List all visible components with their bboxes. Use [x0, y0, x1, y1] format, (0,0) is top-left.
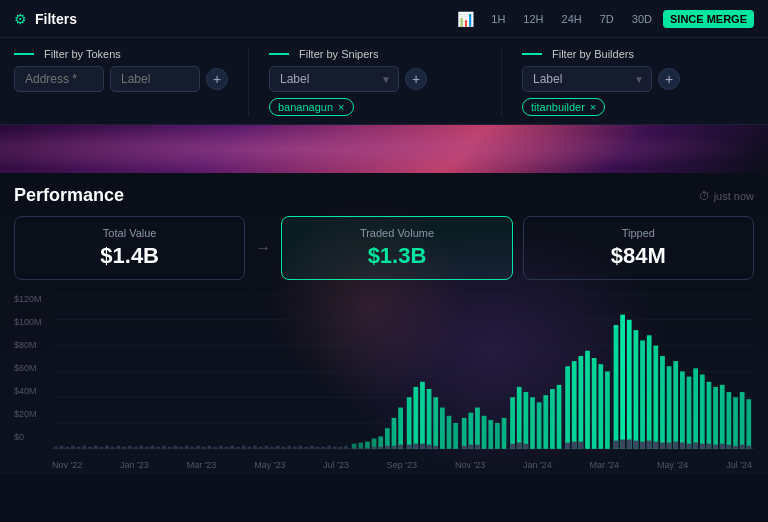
svg-rect-67: [407, 397, 412, 449]
svg-rect-117: [746, 399, 751, 449]
time-btn-1h[interactable]: 1H: [484, 10, 512, 28]
snipers-tag-bananagun-close[interactable]: ×: [338, 102, 344, 113]
svg-rect-36: [219, 446, 223, 449]
header-left: ⚙ Filters: [14, 11, 77, 27]
svg-rect-124: [392, 446, 397, 449]
svg-rect-58: [344, 446, 348, 449]
svg-rect-26: [162, 446, 166, 449]
svg-rect-118: [352, 448, 357, 449]
builders-select[interactable]: Label: [522, 66, 652, 92]
svg-rect-145: [647, 441, 652, 449]
performance-section: Performance ⏱ just now Total Value $1.4B…: [0, 173, 768, 474]
svg-rect-78: [482, 416, 487, 449]
svg-rect-34: [208, 446, 212, 449]
svg-rect-80: [495, 423, 500, 449]
svg-rect-105: [667, 366, 672, 449]
y-label-0: $0: [14, 432, 42, 442]
svg-rect-134: [510, 444, 515, 449]
svg-rect-71: [433, 397, 438, 449]
y-label-80m: $80M: [14, 340, 42, 350]
x-label-nov23: Nov '23: [455, 460, 485, 470]
filters-icon: ⚙: [14, 11, 27, 27]
y-label-100m: $100M: [14, 317, 42, 327]
svg-rect-41: [247, 447, 251, 449]
snipers-tag-bananagun: bananagun ×: [269, 98, 354, 116]
time-btn-24h[interactable]: 24H: [555, 10, 589, 28]
snipers-select[interactable]: Label: [269, 66, 399, 92]
svg-rect-112: [713, 387, 718, 449]
filter-snipers-inputs: Label ▼ +: [269, 66, 481, 92]
svg-rect-90: [565, 366, 570, 449]
svg-rect-143: [634, 441, 639, 449]
time-btn-since-merge[interactable]: SINCE MERGE: [663, 10, 754, 28]
svg-rect-138: [572, 442, 577, 449]
svg-rect-46: [276, 446, 280, 449]
svg-rect-35: [213, 447, 217, 449]
svg-rect-151: [687, 444, 692, 449]
svg-rect-72: [440, 408, 445, 449]
svg-rect-92: [579, 356, 584, 449]
svg-rect-11: [77, 447, 81, 449]
time-btn-12h[interactable]: 12H: [516, 10, 550, 28]
token-add-button[interactable]: +: [206, 68, 228, 90]
svg-rect-77: [475, 408, 480, 449]
svg-rect-13: [88, 447, 92, 449]
svg-rect-94: [592, 358, 597, 449]
svg-rect-109: [693, 368, 698, 449]
svg-rect-7: [54, 447, 58, 449]
svg-rect-111: [707, 382, 712, 449]
token-address-input[interactable]: [14, 66, 104, 92]
svg-rect-85: [530, 397, 535, 449]
svg-rect-61: [365, 442, 370, 449]
svg-rect-56: [333, 447, 337, 449]
svg-rect-12: [82, 446, 86, 449]
performance-title: Performance: [14, 185, 124, 206]
x-label-sep23: Sep '23: [387, 460, 417, 470]
svg-rect-16: [105, 446, 109, 449]
svg-rect-113: [720, 385, 725, 449]
svg-rect-57: [338, 447, 342, 449]
metric-card-traded-volume: Traded Volume $1.3B: [281, 216, 512, 280]
x-label-may24: May '24: [657, 460, 688, 470]
svg-rect-140: [614, 441, 619, 449]
filter-snipers-label: Filter by Snipers: [269, 48, 481, 60]
svg-rect-27: [168, 447, 172, 449]
svg-rect-28: [173, 446, 177, 449]
header: ⚙ Filters 📊 1H 12H 24H 7D 30D SINCE MERG…: [0, 0, 768, 38]
svg-rect-93: [585, 351, 590, 449]
svg-rect-102: [647, 335, 652, 449]
filter-builders-label: Filter by Builders: [522, 48, 734, 60]
svg-rect-73: [447, 416, 452, 449]
svg-rect-18: [117, 446, 121, 449]
x-label-nov22: Nov '22: [52, 460, 82, 470]
svg-rect-115: [733, 397, 738, 449]
svg-rect-137: [565, 443, 570, 449]
metric-arrow: →: [245, 239, 281, 257]
svg-rect-84: [523, 392, 528, 449]
x-label-jul24: Jul '24: [726, 460, 752, 470]
svg-rect-147: [660, 443, 665, 449]
svg-rect-148: [667, 443, 672, 449]
svg-rect-150: [680, 443, 685, 449]
snipers-tags: bananagun ×: [269, 98, 481, 116]
time-btn-7d[interactable]: 7D: [593, 10, 621, 28]
builders-add-button[interactable]: +: [658, 68, 680, 90]
filter-accent-snipers: [269, 53, 289, 55]
svg-rect-14: [94, 446, 98, 449]
svg-rect-32: [196, 446, 200, 449]
svg-rect-120: [365, 448, 370, 449]
svg-rect-53: [316, 447, 320, 449]
token-label-input[interactable]: [110, 66, 200, 92]
builders-tag-titanbuilder-close[interactable]: ×: [590, 102, 596, 113]
svg-rect-31: [191, 447, 195, 449]
builders-tags: titanbuilder ×: [522, 98, 734, 116]
svg-rect-69: [420, 382, 425, 449]
snipers-add-button[interactable]: +: [405, 68, 427, 90]
chart-area: $120M $100M $80M $60M $40M $20M $0: [14, 294, 754, 474]
svg-rect-103: [653, 346, 658, 449]
builders-tag-titanbuilder: titanbuilder ×: [522, 98, 605, 116]
tipped-label: Tipped: [538, 227, 739, 239]
x-label-jan23: Jan '23: [120, 460, 149, 470]
svg-rect-91: [572, 361, 577, 449]
time-btn-30d[interactable]: 30D: [625, 10, 659, 28]
